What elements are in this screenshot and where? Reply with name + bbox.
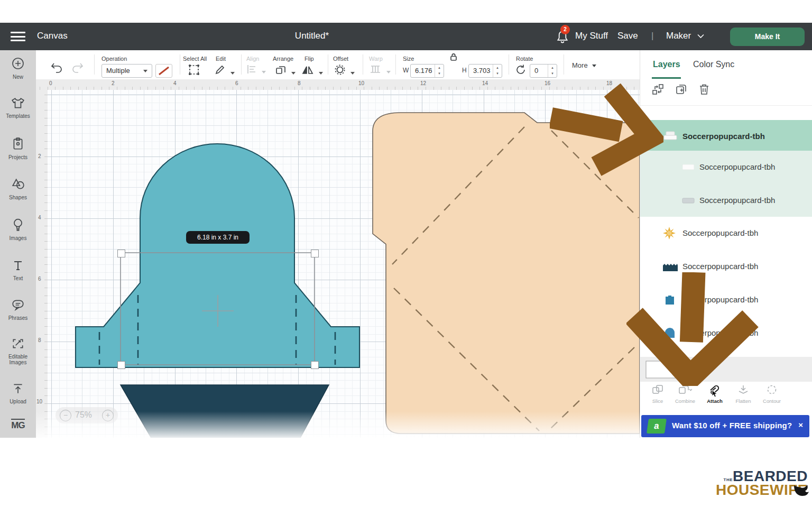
sidebar-label: Templates: [0, 113, 36, 119]
layer-label: Soccerpopupcard-tbh: [682, 132, 765, 141]
layer-row[interactable]: Soccerpopupcard-tbh: [640, 283, 812, 317]
chevron-down-icon: [319, 72, 323, 75]
flip-button[interactable]: [301, 64, 323, 78]
contour-button[interactable]: Contour: [758, 384, 786, 404]
width-stepper[interactable]: ▴▾: [435, 64, 444, 77]
my-stuff-link[interactable]: My Stuff: [575, 31, 608, 41]
edit-button[interactable]: [214, 64, 235, 78]
sidebar-item-upload[interactable]: Upload: [0, 382, 36, 404]
sidebar-item-monogram[interactable]: MG: [0, 420, 36, 431]
undo-button[interactable]: [50, 62, 63, 76]
lock-icon[interactable]: [449, 52, 458, 63]
zoom-out-button[interactable]: −: [60, 410, 71, 421]
rotate-input[interactable]: 0 ▴▾: [530, 64, 557, 78]
sidebar-item-new[interactable]: New: [0, 57, 36, 80]
offset-label: Offset: [333, 56, 348, 62]
sidebar-item-shapes[interactable]: Shapes: [0, 177, 36, 200]
duplicate-icon[interactable]: [675, 83, 688, 98]
layer-row[interactable]: Soccerpopupcard-tbh: [640, 184, 812, 217]
height-stepper[interactable]: ▴▾: [493, 64, 502, 77]
rotate-stepper[interactable]: ▴▾: [548, 64, 557, 77]
warp-label: Warp: [369, 56, 383, 62]
flip-label: Flip: [304, 56, 314, 62]
make-it-button[interactable]: Make It: [730, 27, 805, 46]
align-button[interactable]: [246, 64, 266, 77]
width-input[interactable]: 6.176 ▴▾: [410, 64, 444, 78]
layer-row-selected[interactable]: Soccerpopupcard-tbh: [640, 120, 812, 151]
design-canvas[interactable]: 0 2 4 6 8 10 12 14 16 18 2 4 6 8 10: [36, 79, 640, 438]
machine-name: Maker: [666, 31, 691, 41]
slice-button[interactable]: Slice: [643, 384, 672, 404]
width-value: 6.176: [415, 64, 432, 77]
monogram-icon: MG: [11, 419, 24, 430]
size-label: Size: [403, 56, 414, 62]
layer-label: Soccerpopupcard-tbh: [682, 328, 758, 337]
redo-button[interactable]: [71, 62, 85, 76]
layer-row[interactable]: Soccerpopupcard-tbh: [640, 317, 812, 350]
selection-handle-bottom-left[interactable]: [117, 361, 125, 369]
rotate-icon[interactable]: [515, 64, 527, 78]
chevron-down-icon: [262, 71, 266, 73]
document-title[interactable]: Untitled*: [211, 31, 412, 41]
flatten-button[interactable]: Flatten: [729, 384, 758, 404]
editable-images-icon: [11, 337, 25, 350]
edit-toolbar: Operation Multiple Select All Edit Align…: [36, 50, 640, 80]
beard-icon: [792, 484, 812, 502]
layer-thumbnail-star: [663, 227, 676, 239]
group-layers-icon[interactable]: [652, 83, 665, 98]
slice-label: Slice: [643, 398, 672, 404]
layer-thumbnail-navy-strip: [662, 262, 678, 272]
layer-label: Soccerpopupcard-tbh: [682, 262, 758, 271]
layer-row[interactable]: Soccerpopupcard-tbh: [640, 217, 812, 250]
blank-canvas-row[interactable]: Blank Ca: [640, 357, 812, 382]
chevron-down-icon: [350, 72, 355, 75]
combine-button[interactable]: Combine: [671, 384, 699, 404]
chevron-down-icon: [230, 72, 235, 75]
height-input[interactable]: 3.703 ▴▾: [468, 64, 502, 78]
selection-handle-top-left[interactable]: [117, 250, 125, 257]
tab-color-sync[interactable]: Color Sync: [693, 60, 734, 69]
delete-icon[interactable]: [698, 83, 710, 98]
operation-label: Operation: [102, 56, 127, 62]
cursor-hand-icon: [711, 390, 719, 399]
attach-button[interactable]: Attach: [700, 384, 729, 404]
offset-button[interactable]: [334, 64, 355, 78]
notification-count-badge: 2: [560, 25, 570, 34]
warp-button[interactable]: [369, 64, 391, 77]
sidebar-item-text[interactable]: Text: [0, 259, 36, 281]
sidebar-item-phrases[interactable]: Phrases: [0, 299, 36, 321]
sidebar-item-projects[interactable]: Projects: [0, 137, 36, 160]
navy-shape[interactable]: [121, 385, 329, 438]
selection-handle-bottom-right[interactable]: [311, 361, 319, 369]
tab-layers[interactable]: Layers: [653, 60, 680, 69]
layer-row[interactable]: Soccerpopupcard-tbh: [640, 250, 812, 283]
chevron-down-icon: [592, 64, 596, 67]
sidebar-item-images[interactable]: Images: [0, 218, 36, 241]
operation-dropdown[interactable]: Multiple: [102, 64, 152, 78]
layer-row[interactable]: Soccerpopupcard-tbh: [640, 151, 812, 184]
promo-banner: a Want $10 off + FREE shipping? ×: [641, 415, 809, 437]
sidebar-label: Text: [0, 275, 36, 281]
select-all-button[interactable]: [188, 64, 200, 78]
envelope-shape[interactable]: [373, 113, 640, 434]
sidebar-item-templates[interactable]: Templates: [0, 97, 36, 119]
machine-selector[interactable]: Maker: [666, 31, 704, 41]
align-label: Align: [246, 56, 259, 62]
promo-close-icon[interactable]: ×: [798, 420, 803, 429]
arrange-button[interactable]: [275, 64, 296, 78]
layer-label: Soccerpopupcard-tbh: [699, 162, 775, 171]
panel-divider: [640, 105, 812, 106]
more-button[interactable]: More: [572, 61, 596, 69]
chevron-down-icon: [650, 133, 657, 138]
sidebar-item-editable-images[interactable]: Editable Images: [0, 337, 36, 365]
chevron-down-icon: [697, 34, 704, 39]
width-label: W: [403, 67, 409, 74]
hamburger-menu-icon[interactable]: [11, 32, 25, 41]
color-swatch[interactable]: [155, 64, 172, 78]
selection-handle-top-right[interactable]: [311, 250, 319, 257]
layer-label: Soccerpopupcard-tbh: [682, 228, 758, 237]
zoom-in-button[interactable]: +: [102, 410, 114, 421]
sidebar-label: Upload: [0, 399, 36, 404]
save-link[interactable]: Save: [617, 31, 638, 41]
layer-thumbnail-white: [681, 162, 695, 172]
